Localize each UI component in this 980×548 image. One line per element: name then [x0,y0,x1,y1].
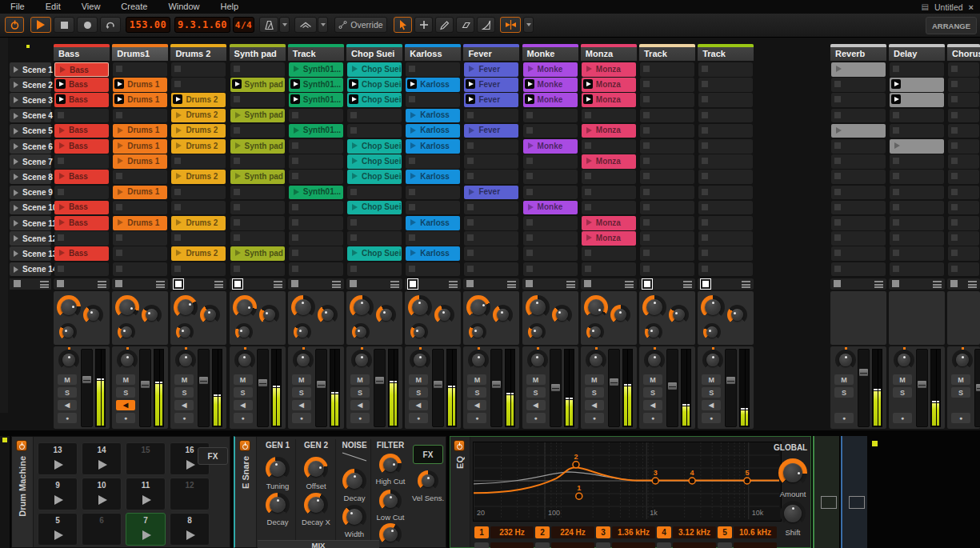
fader-handle[interactable] [918,381,926,388]
solo-button[interactable]: S [234,387,253,398]
clip-delay[interactable] [890,139,944,154]
empty-clip-slot[interactable] [831,216,886,230]
empty-clip-slot[interactable] [464,109,518,123]
pan-knob[interactable] [894,350,914,370]
collapsed-device[interactable] [813,436,839,548]
volume-fader[interactable] [490,349,502,427]
position-display[interactable]: 9.3.1.60 [174,17,230,33]
track-menu-icon[interactable] [683,281,692,290]
scene-launch-button[interactable]: Scene 4 [10,109,51,123]
clip-bass[interactable]: Bass [54,124,109,138]
send-knob[interactable] [174,295,198,319]
clip-chop-suei[interactable]: Chop Suei [347,93,402,107]
empty-clip-slot[interactable] [948,170,979,184]
clip-fever[interactable]: Fever [464,124,518,138]
empty-clip-slot[interactable] [54,154,109,169]
track-header-track[interactable]: Track [698,44,754,61]
empty-clip-slot[interactable] [582,139,636,154]
scene-launch-button[interactable]: Scene 2 [10,78,51,92]
clip-monke[interactable]: Monke [523,201,578,215]
mute-button[interactable]: M [292,374,311,385]
monitor-button[interactable]: ◀ [350,400,370,410]
pan-knob[interactable] [351,350,372,370]
track-menu-icon[interactable] [566,281,575,290]
monitor-button[interactable]: ◀ [58,400,77,410]
send-knob[interactable] [259,305,279,325]
stop-track-clips-button[interactable] [57,280,64,287]
empty-clip-slot[interactable] [890,109,944,123]
clip-fever[interactable]: Fever [464,93,518,107]
stop-button[interactable] [54,17,74,33]
clip-karloss[interactable]: Karloss [406,124,460,138]
clip-monza[interactable]: Monza [582,93,636,107]
empty-clip-slot[interactable] [640,246,694,261]
track-menu-icon[interactable] [449,281,458,290]
pan-knob[interactable] [468,350,489,370]
clip-drums-1[interactable]: Drums 1 [113,139,167,154]
empty-clip-slot[interactable] [54,186,109,200]
fader-handle[interactable] [976,384,980,391]
pan-knob[interactable] [702,350,723,370]
stop-track-clips-button[interactable] [291,280,298,287]
pan-knob[interactable] [586,350,606,370]
stop-track-clips-button[interactable] [526,280,533,287]
clip-fever[interactable]: Fever [464,62,518,77]
empty-clip-slot[interactable] [406,186,460,200]
volume-fader[interactable] [81,349,93,427]
empty-clip-slot[interactable] [948,246,979,261]
empty-clip-slot[interactable] [640,93,694,107]
empty-clip-slot[interactable] [406,201,460,215]
empty-clip-slot[interactable] [113,231,167,246]
collapsed-device[interactable] [841,436,867,548]
empty-clip-slot[interactable] [948,139,979,154]
pencil-tool-button[interactable] [435,17,454,33]
track-header-karloss[interactable]: Karloss [405,44,461,61]
clip-karloss[interactable]: Karloss [406,170,460,184]
knob-low-cut[interactable] [379,490,402,512]
empty-clip-slot[interactable] [464,154,518,169]
solo-button[interactable]: S [467,387,486,398]
empty-clip-slot[interactable] [289,262,343,277]
drum-pad-8[interactable]: 8 [170,513,210,546]
empty-clip-slot[interactable] [582,201,636,215]
drum-pad-13[interactable]: 13 [38,442,78,475]
clip-drums-2[interactable]: Drums 2 [171,139,226,154]
solo-button[interactable]: S [116,387,135,398]
solo-button[interactable]: S [702,387,721,398]
clip-bass[interactable]: Bass [54,93,109,107]
override-button[interactable]: Override [334,17,387,33]
empty-clip-slot[interactable] [831,201,886,215]
clip-bass[interactable]: Bass [54,216,109,230]
empty-clip-slot[interactable] [289,170,343,184]
track-menu-icon[interactable] [625,281,634,290]
drum-machine-fx-button[interactable]: FX [198,447,228,465]
empty-clip-slot[interactable] [289,246,343,261]
clip-drums-1[interactable]: Drums 1 [113,93,167,107]
clip-chop-suei[interactable]: Chop Suei [347,62,402,77]
clip-reverb[interactable] [831,62,886,77]
clip-drums-2[interactable]: Drums 2 [171,124,226,138]
send-knob[interactable] [410,323,428,341]
eq-band-number[interactable] [718,542,732,548]
empty-clip-slot[interactable] [289,154,343,169]
empty-clip-slot[interactable] [523,109,578,123]
eq-band-number[interactable]: 4 [657,526,671,538]
volume-fader[interactable] [916,349,928,427]
eq-band-frequency[interactable]: 3.12 kHz [673,526,716,538]
empty-clip-slot[interactable] [289,109,343,123]
empty-clip-slot[interactable] [171,62,226,77]
track-header-drums-2[interactable]: Drums 2 [170,44,226,61]
track-header-fever[interactable]: Fever [463,44,519,61]
empty-clip-slot[interactable] [698,154,753,169]
empty-clip-slot[interactable] [948,78,979,92]
volume-fader[interactable] [198,349,210,427]
scene-launch-button[interactable]: Scene 12 [10,231,51,246]
empty-clip-slot[interactable] [582,109,636,123]
eq-frequency-graph[interactable]: 12345201001k10k [473,442,782,522]
volume-fader[interactable] [666,349,678,427]
track-header-track[interactable]: Track [639,44,695,61]
empty-clip-slot[interactable] [171,78,226,92]
empty-clip-slot[interactable] [640,139,694,154]
clip-synth-pad[interactable]: Synth pad [230,170,285,184]
empty-clip-slot[interactable] [464,201,518,215]
